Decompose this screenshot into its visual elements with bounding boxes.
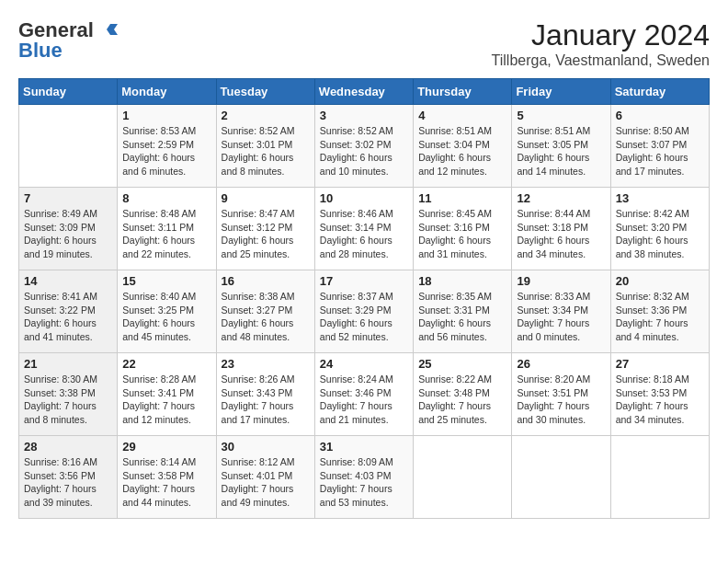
day-number: 8	[122, 191, 210, 205]
day-info: Sunrise: 8:18 AM Sunset: 3:53 PM Dayligh…	[616, 373, 704, 427]
calendar-cell: 18Sunrise: 8:35 AM Sunset: 3:31 PM Dayli…	[414, 270, 512, 353]
calendar-table: SundayMondayTuesdayWednesdayThursdayFrid…	[18, 78, 710, 519]
day-number: 11	[418, 191, 506, 205]
day-info: Sunrise: 8:16 AM Sunset: 3:56 PM Dayligh…	[24, 455, 112, 510]
day-number: 19	[517, 274, 605, 288]
calendar-cell: 28Sunrise: 8:16 AM Sunset: 3:56 PM Dayli…	[19, 436, 118, 519]
calendar-cell	[512, 436, 610, 519]
day-info: Sunrise: 8:38 AM Sunset: 3:27 PM Dayligh…	[222, 290, 310, 344]
calendar-cell: 25Sunrise: 8:22 AM Sunset: 3:48 PM Dayli…	[414, 353, 512, 436]
day-number: 22	[122, 357, 210, 371]
day-info: Sunrise: 8:44 AM Sunset: 3:18 PM Dayligh…	[517, 207, 605, 261]
header-day-thursday: Thursday	[414, 79, 512, 105]
week-row-3: 21Sunrise: 8:30 AM Sunset: 3:38 PM Dayli…	[19, 353, 710, 436]
logo-blue-text: Blue	[18, 39, 118, 63]
day-info: Sunrise: 8:14 AM Sunset: 3:58 PM Dayligh…	[122, 455, 210, 510]
calendar-cell: 12Sunrise: 8:44 AM Sunset: 3:18 PM Dayli…	[512, 188, 610, 270]
calendar-cell: 5Sunrise: 8:51 AM Sunset: 3:05 PM Daylig…	[512, 105, 610, 188]
week-row-4: 28Sunrise: 8:16 AM Sunset: 3:56 PM Dayli…	[19, 436, 710, 519]
location-subtitle: Tillberga, Vaestmanland, Sweden	[492, 52, 710, 69]
calendar-cell: 20Sunrise: 8:32 AM Sunset: 3:36 PM Dayli…	[610, 270, 709, 353]
day-info: Sunrise: 8:12 AM Sunset: 4:01 PM Dayligh…	[222, 455, 310, 510]
calendar-cell: 29Sunrise: 8:14 AM Sunset: 3:58 PM Dayli…	[118, 436, 216, 519]
calendar-cell: 3Sunrise: 8:52 AM Sunset: 3:02 PM Daylig…	[314, 105, 413, 188]
week-row-2: 14Sunrise: 8:41 AM Sunset: 3:22 PM Dayli…	[19, 270, 710, 353]
day-number: 1	[122, 109, 210, 122]
day-number: 31	[320, 440, 408, 454]
calendar-cell: 22Sunrise: 8:28 AM Sunset: 3:41 PM Dayli…	[118, 353, 216, 436]
calendar-cell: 1Sunrise: 8:53 AM Sunset: 2:59 PM Daylig…	[118, 105, 216, 188]
day-info: Sunrise: 8:32 AM Sunset: 3:36 PM Dayligh…	[616, 290, 704, 344]
day-number: 6	[616, 109, 704, 122]
day-info: Sunrise: 8:49 AM Sunset: 3:09 PM Dayligh…	[24, 207, 112, 261]
logo: General Blue	[18, 18, 118, 63]
header-day-saturday: Saturday	[610, 79, 709, 105]
day-number: 16	[222, 274, 310, 288]
calendar-cell: 15Sunrise: 8:40 AM Sunset: 3:25 PM Dayli…	[118, 270, 216, 353]
calendar-header: SundayMondayTuesdayWednesdayThursdayFrid…	[19, 79, 710, 105]
calendar-cell: 8Sunrise: 8:48 AM Sunset: 3:11 PM Daylig…	[118, 188, 216, 270]
calendar-cell: 2Sunrise: 8:52 AM Sunset: 3:01 PM Daylig…	[216, 105, 314, 188]
calendar-cell: 14Sunrise: 8:41 AM Sunset: 3:22 PM Dayli…	[19, 270, 118, 353]
day-number: 29	[122, 440, 210, 454]
calendar-cell: 4Sunrise: 8:51 AM Sunset: 3:04 PM Daylig…	[414, 105, 512, 188]
header-day-friday: Friday	[512, 79, 610, 105]
day-info: Sunrise: 8:30 AM Sunset: 3:38 PM Dayligh…	[24, 373, 112, 427]
day-info: Sunrise: 8:51 AM Sunset: 3:05 PM Dayligh…	[517, 124, 605, 178]
calendar-cell: 24Sunrise: 8:24 AM Sunset: 3:46 PM Dayli…	[314, 353, 413, 436]
day-number: 18	[418, 274, 506, 288]
calendar-cell: 13Sunrise: 8:42 AM Sunset: 3:20 PM Dayli…	[610, 188, 709, 270]
svg-marker-0	[107, 24, 118, 35]
calendar-cell: 23Sunrise: 8:26 AM Sunset: 3:43 PM Dayli…	[216, 353, 314, 436]
day-info: Sunrise: 8:46 AM Sunset: 3:14 PM Dayligh…	[320, 207, 408, 261]
calendar-cell: 27Sunrise: 8:18 AM Sunset: 3:53 PM Dayli…	[610, 353, 709, 436]
day-number: 28	[24, 440, 112, 454]
day-number: 25	[418, 357, 506, 371]
day-number: 27	[616, 357, 704, 371]
calendar-cell: 17Sunrise: 8:37 AM Sunset: 3:29 PM Dayli…	[314, 270, 413, 353]
day-info: Sunrise: 8:24 AM Sunset: 3:46 PM Dayligh…	[320, 373, 408, 427]
day-number: 12	[517, 191, 605, 205]
day-info: Sunrise: 8:40 AM Sunset: 3:25 PM Dayligh…	[122, 290, 210, 344]
header-row: SundayMondayTuesdayWednesdayThursdayFrid…	[19, 79, 710, 105]
day-number: 13	[616, 191, 704, 205]
header: General Blue January 2024 Tillberga, Vae…	[18, 18, 710, 69]
week-row-0: 1Sunrise: 8:53 AM Sunset: 2:59 PM Daylig…	[19, 105, 710, 188]
day-number: 24	[320, 357, 408, 371]
calendar-cell: 11Sunrise: 8:45 AM Sunset: 3:16 PM Dayli…	[414, 188, 512, 270]
day-info: Sunrise: 8:52 AM Sunset: 3:02 PM Dayligh…	[320, 124, 408, 178]
calendar-cell: 26Sunrise: 8:20 AM Sunset: 3:51 PM Dayli…	[512, 353, 610, 436]
day-info: Sunrise: 8:47 AM Sunset: 3:12 PM Dayligh…	[222, 207, 310, 261]
day-number: 26	[517, 357, 605, 371]
header-day-wednesday: Wednesday	[314, 79, 413, 105]
calendar-cell: 16Sunrise: 8:38 AM Sunset: 3:27 PM Dayli…	[216, 270, 314, 353]
calendar-cell: 31Sunrise: 8:09 AM Sunset: 4:03 PM Dayli…	[314, 436, 413, 519]
day-info: Sunrise: 8:37 AM Sunset: 3:29 PM Dayligh…	[320, 290, 408, 344]
day-info: Sunrise: 8:53 AM Sunset: 2:59 PM Dayligh…	[122, 124, 210, 178]
calendar-body: 1Sunrise: 8:53 AM Sunset: 2:59 PM Daylig…	[19, 105, 710, 519]
day-info: Sunrise: 8:09 AM Sunset: 4:03 PM Dayligh…	[320, 455, 408, 510]
calendar-cell: 10Sunrise: 8:46 AM Sunset: 3:14 PM Dayli…	[314, 188, 413, 270]
day-number: 3	[320, 109, 408, 122]
day-number: 14	[24, 274, 112, 288]
calendar-cell	[19, 105, 118, 188]
week-row-1: 7Sunrise: 8:49 AM Sunset: 3:09 PM Daylig…	[19, 188, 710, 270]
day-number: 15	[122, 274, 210, 288]
calendar-cell	[610, 436, 709, 519]
month-title: January 2024	[492, 18, 710, 52]
day-info: Sunrise: 8:20 AM Sunset: 3:51 PM Dayligh…	[517, 373, 605, 427]
calendar-cell: 30Sunrise: 8:12 AM Sunset: 4:01 PM Dayli…	[216, 436, 314, 519]
header-day-monday: Monday	[118, 79, 216, 105]
day-number: 30	[222, 440, 310, 454]
header-day-tuesday: Tuesday	[216, 79, 314, 105]
day-number: 10	[320, 191, 408, 205]
day-info: Sunrise: 8:45 AM Sunset: 3:16 PM Dayligh…	[418, 207, 506, 261]
day-number: 21	[24, 357, 112, 371]
day-number: 20	[616, 274, 704, 288]
day-info: Sunrise: 8:41 AM Sunset: 3:22 PM Dayligh…	[24, 290, 112, 344]
calendar-cell: 21Sunrise: 8:30 AM Sunset: 3:38 PM Dayli…	[19, 353, 118, 436]
day-number: 23	[222, 357, 310, 371]
day-info: Sunrise: 8:52 AM Sunset: 3:01 PM Dayligh…	[222, 124, 310, 178]
day-number: 5	[517, 109, 605, 122]
day-info: Sunrise: 8:33 AM Sunset: 3:34 PM Dayligh…	[517, 290, 605, 344]
